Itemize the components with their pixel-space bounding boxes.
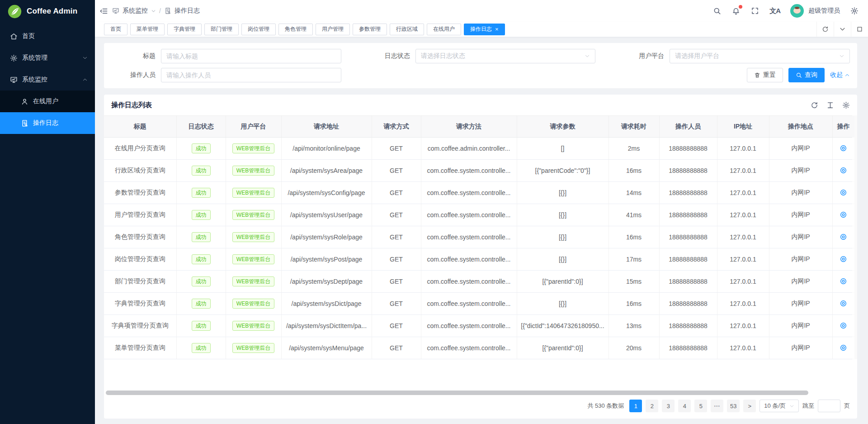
monitor-icon xyxy=(10,76,18,84)
cell-ip: 127.0.0.1 xyxy=(717,204,769,226)
platform-badge: WEB管理后台 xyxy=(232,276,274,286)
column-header: 操作 xyxy=(832,116,854,138)
tabs-maximize-button[interactable] xyxy=(851,22,868,37)
jump-page-input[interactable] xyxy=(818,400,840,412)
sidebar-item-system-management[interactable]: 系统管理 xyxy=(0,47,95,69)
table-row: 岗位管理分页查询成功WEB管理后台/api/system/sysPost/pag… xyxy=(104,248,854,271)
cell-platform: WEB管理后台 xyxy=(226,182,281,204)
user-menu[interactable]: 超级管理员 xyxy=(790,4,840,18)
tab[interactable]: 部门管理 xyxy=(204,24,239,35)
platform-select[interactable]: 请选择用户平台 xyxy=(670,49,850,63)
log-list-card: 操作日志列表 xyxy=(104,95,857,419)
sidebar-item-home[interactable]: 首页 xyxy=(0,25,95,47)
cell-time: 14ms xyxy=(609,182,659,204)
tab[interactable]: 角色管理 xyxy=(278,24,313,35)
sidebar-item-system-monitor[interactable]: 系统监控 xyxy=(0,69,95,91)
view-detail-button[interactable] xyxy=(839,299,848,308)
view-icon xyxy=(840,144,847,152)
reset-button[interactable]: 重置 xyxy=(747,68,783,82)
tab[interactable]: 行政区域 xyxy=(390,24,424,35)
cell-time: 16ms xyxy=(609,293,659,315)
view-detail-button[interactable] xyxy=(839,210,848,219)
view-detail-button[interactable] xyxy=(839,232,848,242)
cell-params: [{}] xyxy=(517,248,609,271)
query-button[interactable]: 查询 xyxy=(788,68,825,82)
tab[interactable]: 参数管理 xyxy=(353,24,387,35)
breadcrumb-section[interactable]: 系统监控 xyxy=(123,7,148,15)
gear-icon[interactable] xyxy=(842,101,850,109)
cell-method: GET xyxy=(372,293,421,315)
horizontal-scrollbar-thumb[interactable] xyxy=(106,391,808,395)
sidebar-item-operation-log[interactable]: 操作日志 xyxy=(0,112,95,134)
tab[interactable]: 操作日志 × xyxy=(464,24,505,35)
title-field-label: 标题 xyxy=(111,52,161,60)
page-button[interactable]: 53 xyxy=(727,400,740,412)
cell-time: 2ms xyxy=(609,138,659,160)
title-input[interactable] xyxy=(166,52,336,60)
tab[interactable]: 在线用户 xyxy=(427,24,461,35)
view-detail-button[interactable] xyxy=(839,321,848,330)
tabs-menu-button[interactable] xyxy=(834,22,851,37)
cell-method: GET xyxy=(372,160,421,182)
view-detail-button[interactable] xyxy=(839,343,848,353)
close-icon[interactable]: × xyxy=(495,26,499,32)
sidebar-item-online-users[interactable]: 在线用户 xyxy=(0,91,95,112)
cell-method: GET xyxy=(372,315,421,337)
cell-url: /api/system/sysDept/page xyxy=(281,271,372,293)
operator-input[interactable] xyxy=(166,71,336,79)
table-row: 角色管理分页查询成功WEB管理后台/api/system/sysRole/pag… xyxy=(104,226,854,248)
cell-location: 内网IP xyxy=(769,204,832,226)
cell-operator: 18888888888 xyxy=(659,160,717,182)
page-button[interactable]: 1 xyxy=(629,400,642,412)
tab[interactable]: 岗位管理 xyxy=(241,24,276,35)
main-area: 系统监控 / 操作日志 文A xyxy=(95,0,868,424)
platform-badge: WEB管理后台 xyxy=(232,143,274,153)
search-button[interactable] xyxy=(712,6,722,15)
translate-icon: 文A xyxy=(769,7,780,14)
fullscreen-button[interactable] xyxy=(750,6,760,15)
platform-badge: WEB管理后台 xyxy=(232,188,274,198)
table-row: 字典管理分页查询成功WEB管理后台/api/system/sysDict/pag… xyxy=(104,293,854,315)
refresh-icon[interactable] xyxy=(811,101,818,109)
view-detail-button[interactable] xyxy=(839,188,848,197)
tab[interactable]: 首页 xyxy=(104,24,127,35)
view-detail-button[interactable] xyxy=(839,143,848,153)
settings-button[interactable] xyxy=(850,6,859,15)
card-header: 操作日志列表 xyxy=(104,95,857,115)
cell-location: 内网IP xyxy=(769,248,832,271)
cell-func: com.coffee.system.controlle... xyxy=(421,315,517,337)
view-detail-button[interactable] xyxy=(839,166,848,175)
tab[interactable]: 菜单管理 xyxy=(130,24,165,35)
row-height-icon[interactable] xyxy=(826,101,834,109)
view-detail-button[interactable] xyxy=(839,254,848,264)
page-button[interactable]: 2 xyxy=(646,400,658,412)
cell-operator: 18888888888 xyxy=(659,315,717,337)
cell-operator: 18888888888 xyxy=(659,248,717,271)
page-button[interactable]: 3 xyxy=(662,400,675,412)
page-size-select[interactable]: 10 条/页 xyxy=(760,400,799,412)
tab-bar: 首页 菜单管理 字典管理 部门管理 岗位管理 角色管理 用户管理 参数管理 行政… xyxy=(95,22,868,37)
cell-status: 成功 xyxy=(176,226,226,248)
tab[interactable]: 用户管理 xyxy=(316,24,350,35)
tabs-refresh-button[interactable] xyxy=(816,22,834,37)
view-detail-button[interactable] xyxy=(839,276,848,286)
breadcrumb: 系统监控 / 操作日志 xyxy=(112,7,200,15)
chevron-down-icon xyxy=(839,53,844,59)
next-page-button[interactable]: > xyxy=(743,400,756,412)
translate-button[interactable]: 文A xyxy=(769,7,780,15)
view-icon xyxy=(840,300,847,307)
collapse-filter-link[interactable]: 收起 xyxy=(830,71,850,79)
app-logo[interactable]: Coffee Admin xyxy=(0,0,95,23)
log-status-select[interactable]: 请选择日志状态 xyxy=(415,49,596,63)
cell-platform: WEB管理后台 xyxy=(226,271,281,293)
page-ellipsis[interactable]: ••• xyxy=(711,400,723,412)
menu-fold-button[interactable] xyxy=(99,7,108,15)
page-button[interactable]: 5 xyxy=(694,400,707,412)
page-button[interactable]: 4 xyxy=(678,400,691,412)
cell-platform: WEB管理后台 xyxy=(226,315,281,337)
notification-dot xyxy=(739,5,742,9)
notification-button[interactable] xyxy=(731,6,741,15)
home-icon xyxy=(10,33,18,40)
view-icon xyxy=(840,167,847,174)
tab[interactable]: 字典管理 xyxy=(167,24,202,35)
